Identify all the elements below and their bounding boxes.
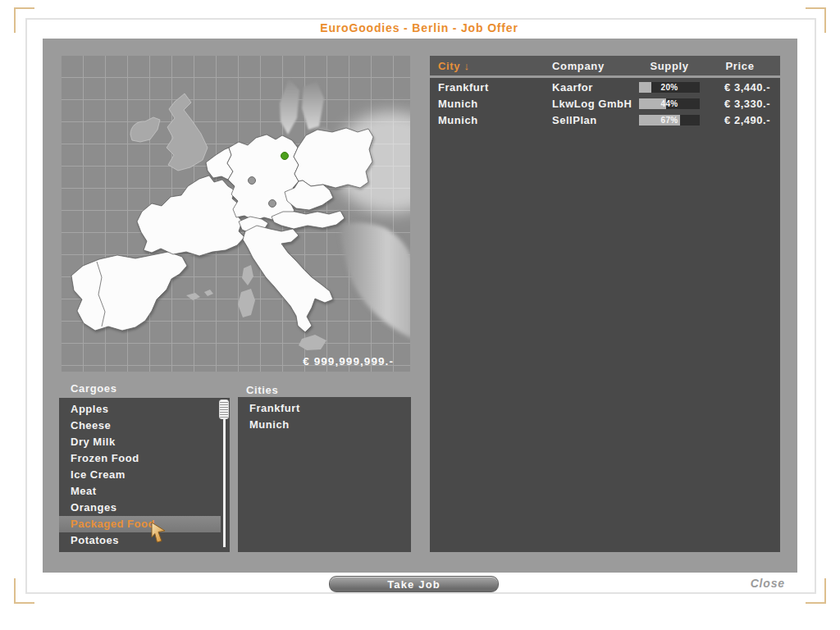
cities-label: Cities bbox=[246, 384, 278, 396]
map-balkans bbox=[340, 222, 410, 339]
offer-price: € 2,490.- bbox=[700, 114, 780, 126]
cities-listbox: FrankfurtMunich bbox=[238, 397, 411, 552]
column-header-price[interactable]: Price bbox=[700, 60, 780, 72]
berlin-marker-dot bbox=[281, 152, 289, 160]
offer-row[interactable]: FrankfurtKaarfor20%€ 3,440.- bbox=[430, 79, 780, 95]
offer-company: LkwLog GmbH bbox=[552, 98, 639, 110]
cargoes-scrollbar-track[interactable] bbox=[223, 402, 226, 547]
cargoes-label: Cargoes bbox=[71, 382, 117, 395]
city-item[interactable]: Munich bbox=[238, 417, 411, 433]
offers-table-header: City ↓ Company Supply Price bbox=[430, 56, 780, 75]
close-button[interactable]: Close bbox=[751, 577, 785, 590]
offer-price: € 3,330.- bbox=[700, 98, 780, 110]
sort-descending-icon: ↓ bbox=[463, 60, 469, 72]
europe-map: € 999,999,999.- bbox=[62, 56, 410, 372]
berlin-marker bbox=[277, 148, 292, 163]
money-display: € 999,999,999.- bbox=[303, 355, 394, 368]
offer-row[interactable]: MunichLkwLog GmbH44%€ 3,330.- bbox=[430, 95, 780, 112]
map-iberia bbox=[71, 252, 187, 331]
map-italy bbox=[243, 226, 333, 332]
supply-percent-label: 44% bbox=[639, 98, 700, 109]
offer-city: Frankfurt bbox=[430, 81, 552, 94]
column-header-supply[interactable]: Supply bbox=[639, 60, 700, 72]
cargo-item[interactable]: Potatoes bbox=[59, 532, 230, 549]
cargo-item[interactable]: Meat bbox=[59, 483, 230, 500]
offer-row[interactable]: MunichSellPlan67%€ 2,490.- bbox=[430, 112, 780, 128]
offer-city: Munich bbox=[430, 98, 552, 110]
offer-price: € 3,440.- bbox=[700, 81, 780, 94]
frankfurt-marker-dot bbox=[248, 176, 256, 185]
cargoes-listbox: ApplesCheeseDry MilkFrozen FoodIce Cream… bbox=[59, 398, 230, 552]
city-item[interactable]: Frankfurt bbox=[238, 400, 411, 417]
supply-percent-label: 67% bbox=[639, 115, 700, 126]
map-austria bbox=[272, 211, 345, 229]
cargo-item[interactable]: Frozen Food bbox=[59, 450, 230, 467]
supply-bar: 20% bbox=[639, 82, 700, 93]
supply-bar: 67% bbox=[639, 115, 700, 126]
take-job-button[interactable]: Take Job bbox=[329, 576, 499, 592]
page: EuroGoodies - Berlin - Job Offer bbox=[0, 0, 840, 630]
dialog-title: EuroGoodies - Berlin - Job Offer bbox=[25, 21, 813, 34]
munich-marker-dot bbox=[268, 199, 276, 208]
europe-map-graphic bbox=[62, 56, 410, 372]
frankfurt-marker bbox=[244, 173, 259, 188]
map-british-isles bbox=[130, 94, 208, 171]
cargo-item[interactable]: Cheese bbox=[59, 418, 230, 434]
supply-bar: 44% bbox=[639, 98, 700, 109]
column-header-company[interactable]: Company bbox=[552, 60, 639, 72]
offer-company: SellPlan bbox=[552, 114, 639, 126]
offer-city: Munich bbox=[430, 114, 552, 126]
cargo-item[interactable]: Apples bbox=[59, 401, 230, 418]
column-header-city[interactable]: City ↓ bbox=[430, 60, 552, 72]
map-poland bbox=[294, 128, 373, 188]
map-france bbox=[137, 176, 244, 256]
cargo-item[interactable]: Dry Milk bbox=[59, 434, 230, 450]
supply-percent-label: 20% bbox=[639, 82, 700, 93]
offer-company: Kaarfor bbox=[552, 81, 639, 94]
munich-marker bbox=[265, 196, 280, 211]
map-mainland bbox=[71, 128, 373, 332]
cargo-item[interactable]: Oranges bbox=[59, 500, 230, 516]
cargo-item[interactable]: Ice Cream bbox=[59, 467, 230, 483]
cargo-item[interactable]: Packaged Food bbox=[59, 516, 221, 532]
map-germany bbox=[227, 135, 299, 221]
offers-table-body: FrankfurtKaarfor20%€ 3,440.-MunichLkwLog… bbox=[430, 78, 780, 552]
cargoes-scrollbar-thumb[interactable] bbox=[219, 399, 229, 419]
